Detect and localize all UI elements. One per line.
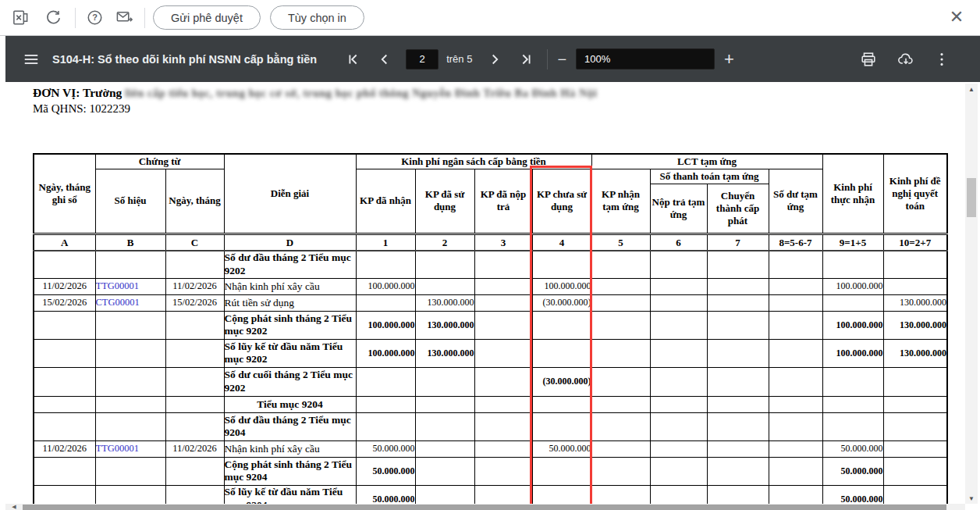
table-row: 15/02/2026CTG0000115/02/2026Rút tiền sử … — [34, 294, 947, 311]
table-row: 11/02/2026TTG0000111/02/2026Nhận kinh ph… — [34, 278, 947, 294]
zoom-out-icon[interactable]: − — [557, 52, 566, 67]
cell-ngay-thang: 11/02/2026 — [165, 440, 224, 457]
report-table: Ngày, tháng ghi sổChứng từDiễn giảiKinh … — [33, 153, 948, 510]
svg-text:?: ? — [92, 12, 98, 22]
cell-value-2 — [415, 396, 474, 412]
voucher-link[interactable]: CTG00001 — [95, 294, 165, 311]
cell-value-6 — [650, 251, 707, 278]
toolbar-divider — [547, 49, 548, 70]
print-icon[interactable] — [858, 49, 879, 70]
page-number-input[interactable] — [406, 49, 439, 70]
report-title: S104-H: Sổ theo dõi kinh phí NSNN cấp bằ… — [52, 53, 317, 66]
column-letter: A — [34, 234, 95, 251]
cell-value-10: 130.000.000 — [883, 311, 947, 339]
previous-page-icon[interactable] — [375, 49, 395, 70]
cell-value-10 — [883, 251, 947, 278]
table-row: Số lũy kế từ đầu năm Tiểu mục 9202100.00… — [34, 339, 947, 367]
cell-value-2: 130.000.000 — [415, 339, 474, 367]
cell-value-8 — [769, 396, 822, 412]
cell-value-6 — [650, 294, 707, 311]
horizontal-scrollbar[interactable]: ◀ — [5, 504, 965, 510]
send-approval-button[interactable]: Gửi phê duyệt — [153, 5, 261, 30]
refresh-icon[interactable] — [42, 7, 64, 29]
cell-value-7 — [707, 396, 769, 412]
column-letter: 3 — [474, 234, 532, 251]
header-cell: Số dư tạm ứng — [769, 169, 822, 234]
cell-value-9 — [822, 412, 883, 440]
horizontal-scroll-thumb[interactable] — [23, 505, 946, 510]
cell-ngay-thang — [165, 396, 224, 412]
cell-value-4 — [532, 311, 591, 339]
help-icon[interactable]: ? — [83, 7, 105, 29]
voucher-link[interactable]: TTG00001 — [95, 278, 165, 294]
print-options-button[interactable]: Tùy chọn in — [270, 5, 364, 30]
table-row: Cộng phát sinh tháng 2 Tiểu mục 9202100.… — [34, 311, 947, 339]
scroll-left-icon[interactable]: ◀ — [7, 504, 21, 510]
cell-value-3 — [474, 367, 532, 396]
cell-value-1: 100.000.000 — [356, 311, 415, 339]
table-row: Tiểu mục 9204 — [34, 396, 947, 412]
header-cell: KP chưa sử dụng — [532, 169, 591, 234]
cell-value-2 — [415, 251, 474, 278]
cell-ngay-ghi-so — [34, 339, 95, 367]
first-page-icon[interactable] — [343, 49, 364, 70]
column-letter: 4 — [532, 234, 591, 251]
cell-ngay-ghi-so: 11/02/2026 — [34, 278, 95, 294]
scroll-up-icon[interactable]: ▲ — [965, 84, 978, 95]
next-page-icon[interactable] — [485, 49, 505, 70]
toolbar-divider — [75, 8, 76, 28]
menu-icon[interactable] — [21, 49, 41, 70]
scroll-down-icon[interactable]: ▼ — [965, 493, 978, 504]
voucher-link[interactable]: TTG00001 — [95, 440, 165, 457]
cell-value-1 — [356, 367, 415, 396]
cell-value-5 — [591, 339, 650, 367]
zoom-in-icon[interactable]: + — [724, 51, 734, 68]
cell-value-3 — [474, 339, 532, 367]
cell-value-7 — [707, 367, 769, 396]
cell-value-4: (30.000.000) — [532, 294, 591, 311]
cell-so-hieu — [95, 457, 165, 485]
cell-value-7 — [707, 339, 769, 367]
cell-value-2 — [415, 457, 474, 485]
cell-value-10 — [883, 440, 947, 457]
vertical-scroll-thumb[interactable] — [967, 178, 976, 217]
last-page-icon[interactable] — [516, 49, 536, 70]
cell-value-6 — [650, 457, 707, 485]
zoom-level-select[interactable]: 100% — [576, 48, 715, 70]
vertical-scrollbar[interactable]: ▲ ▼ — [965, 84, 978, 504]
cell-value-6 — [650, 412, 707, 440]
column-letter: 9=1+5 — [822, 234, 883, 251]
cell-value-7 — [707, 412, 769, 440]
cell-value-9: 100.000.000 — [822, 311, 883, 339]
cell-ngay-thang — [165, 339, 224, 367]
header-cell: KP đã nhận — [356, 169, 415, 234]
cell-value-8 — [769, 457, 822, 485]
cell-value-3 — [474, 311, 532, 339]
table-row: 11/02/2026TTG0000111/02/2026Nhận kinh ph… — [34, 440, 947, 457]
cell-ngay-thang — [165, 367, 224, 396]
cell-value-5 — [591, 278, 650, 294]
header-cell: LCT tạm ứng — [591, 154, 822, 169]
cell-value-8 — [769, 339, 822, 367]
column-letter: 7 — [707, 234, 769, 251]
cell-value-3 — [474, 457, 532, 485]
table-row: Số dư cuối tháng 2 Tiểu mục 9202(30.000.… — [34, 367, 947, 396]
close-icon[interactable]: ✕ — [946, 6, 968, 28]
excel-export-icon[interactable] — [9, 7, 31, 29]
send-email-icon[interactable] — [113, 7, 135, 29]
cell-value-4 — [532, 251, 591, 278]
cell-value-6 — [650, 440, 707, 457]
top-toolbar: ? Gửi phê duyệt Tùy chọn in ✕ — [0, 0, 980, 36]
cell-value-5 — [591, 396, 650, 412]
column-letter: 2 — [415, 234, 474, 251]
column-letter: D — [224, 234, 356, 251]
cell-value-8 — [769, 278, 822, 294]
header-cell: Kinh phí đề nghị quyết toán — [883, 154, 947, 234]
cell-ngay-ghi-so — [34, 412, 95, 440]
cell-value-9: 100.000.000 — [822, 339, 883, 367]
download-icon[interactable] — [896, 49, 916, 70]
header-cell: KP đã sử dụng — [415, 169, 474, 234]
cell-value-9 — [822, 251, 883, 278]
more-menu-icon[interactable] — [932, 49, 952, 70]
cell-dien-giai: Số dư cuối tháng 2 Tiểu mục 9202 — [224, 367, 356, 396]
